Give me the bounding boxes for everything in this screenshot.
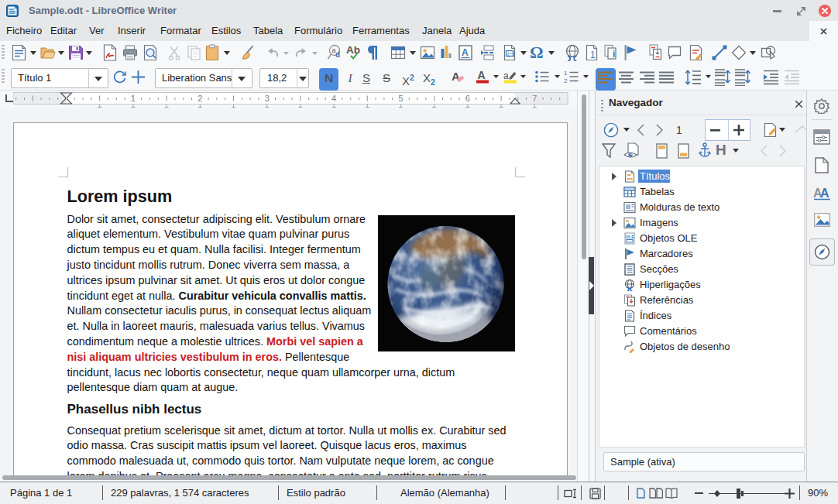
- svg-text:2: 2: [197, 94, 202, 103]
- svg-text:1: 1: [590, 50, 596, 60]
- svg-text:A: A: [820, 187, 829, 200]
- svg-text:5: 5: [398, 94, 403, 103]
- svg-text:A: A: [478, 69, 486, 81]
- svg-text:(−): (−): [507, 50, 515, 57]
- svg-text:a: a: [503, 70, 509, 81]
- svg-text:Ab: Ab: [346, 44, 360, 56]
- svg-text:i: i: [613, 49, 615, 60]
- svg-text:3: 3: [265, 94, 270, 103]
- svg-text:6: 6: [465, 94, 470, 103]
- svg-text:OLE: OLE: [626, 235, 635, 239]
- svg-text:Ω: Ω: [530, 44, 544, 61]
- svg-text:7: 7: [532, 94, 537, 103]
- svg-text:A: A: [462, 47, 469, 58]
- svg-text:1: 1: [564, 70, 568, 77]
- svg-text:2: 2: [564, 77, 568, 84]
- svg-text:d: d: [335, 50, 340, 59]
- svg-text:1: 1: [131, 94, 136, 103]
- svg-text:4: 4: [331, 94, 336, 103]
